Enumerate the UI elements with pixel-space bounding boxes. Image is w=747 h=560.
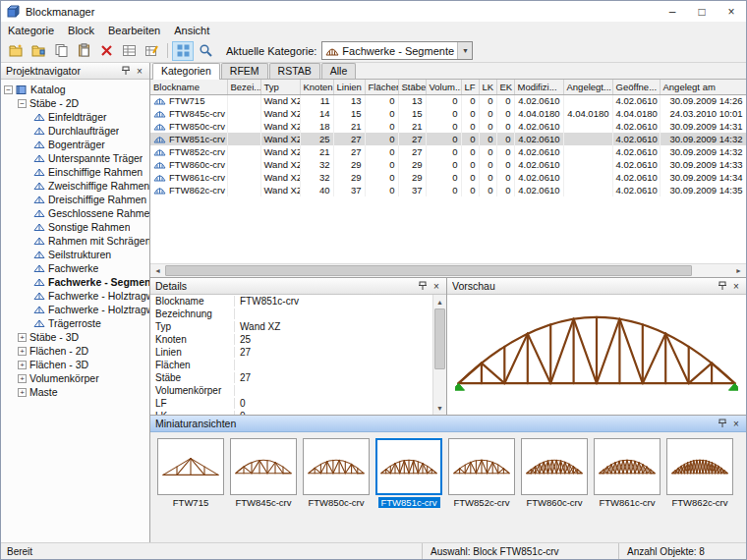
delete-button[interactable]	[95, 41, 117, 61]
column-header-typ[interactable]: Typ	[260, 80, 300, 94]
column-header-bezei[interactable]: Bezei...	[227, 80, 260, 94]
collapse-icon[interactable]: −	[4, 85, 13, 94]
thumbnails-close-icon[interactable]: ×	[729, 418, 743, 430]
tree-item-maste[interactable]: +Maste	[1, 385, 149, 399]
tree-item-flächen-3d[interactable]: +Flächen - 3D	[1, 358, 149, 371]
tab-rstab[interactable]: RSTAB	[269, 63, 320, 79]
column-header-angelegt[interactable]: Angelegt...	[563, 80, 612, 94]
expand-icon[interactable]: +	[18, 347, 27, 356]
tree-item-seilstrukturen[interactable]: Seilstrukturen	[1, 248, 149, 261]
column-header-modifizi[interactable]: Modifizi...	[514, 80, 563, 94]
tab-alle[interactable]: Alle	[321, 63, 357, 79]
category-combobox[interactable]: Fachwerke - Segmente ▼	[321, 41, 473, 60]
tree-item-fachwerke-holztragwerke[interactable]: Fachwerke - Holztragwerke	[1, 289, 149, 303]
thumbnail-ftw861c-crv[interactable]: FTW861c-crv	[593, 438, 661, 508]
column-header-blockname[interactable]: Blockname	[150, 80, 227, 94]
menu-kategorie[interactable]: Kategorie	[1, 24, 61, 37]
details-close-icon[interactable]: ×	[430, 280, 443, 293]
view-thumbnails-button[interactable]	[172, 41, 194, 61]
tab-kategorien[interactable]: Kategorien	[152, 63, 220, 80]
zoom-button[interactable]	[195, 41, 216, 61]
column-header-linien[interactable]: Linien	[333, 80, 365, 94]
scroll-down-arrow[interactable]: ▼	[433, 401, 446, 415]
tree-item-flächen-2d[interactable]: +Flächen - 2D	[1, 344, 149, 358]
scrollbar-track[interactable]	[165, 264, 731, 277]
scroll-left-arrow[interactable]: ◄	[150, 264, 165, 277]
table-horizontal-scrollbar[interactable]: ◄ ►	[150, 263, 746, 277]
thumbnail-ftw850c-crv[interactable]: FTW850c-crv	[302, 438, 371, 508]
tree-item-fachwerke-holztragwerke[interactable]: Fachwerke - Holztragwerke -	[1, 303, 149, 316]
table-row-ftw845c-crv[interactable]: FTW845c-crvWand XZ141501500004.04.01804.…	[150, 107, 746, 120]
expand-icon[interactable]: +	[18, 361, 27, 369]
tree-item-unterspannte-träger[interactable]: Unterspannte Träger	[1, 151, 149, 165]
thumbnail-ftw851c-crv[interactable]: FTW851c-crv	[374, 438, 443, 508]
column-header-geöffne[interactable]: Geöffne...	[612, 80, 660, 94]
tree-item-rahmen-mit-schrägen[interactable]: Rahmen mit Schrägen	[1, 234, 149, 248]
combo-dropdown-arrow[interactable]: ▼	[457, 42, 472, 59]
thumbnail-ftw860c-crv[interactable]: FTW860c-crv	[520, 438, 589, 508]
edit-table-button[interactable]	[141, 41, 162, 61]
table-row-ftw861c-crv[interactable]: FTW861c-crvWand XZ322902900004.02.06104.…	[150, 171, 746, 184]
navigator-close-icon[interactable]: ×	[133, 65, 146, 78]
expand-icon[interactable]: +	[18, 333, 27, 342]
tab-rfem[interactable]: RFEM	[221, 63, 268, 79]
thumbnail-ftw852c-crv[interactable]: FTW852c-crv	[447, 438, 516, 508]
copy-button[interactable]	[50, 41, 72, 61]
close-button[interactable]: ×	[717, 1, 746, 22]
details-scrollbar-thumb[interactable]	[434, 308, 445, 369]
paste-button[interactable]	[73, 41, 94, 61]
table-row-ftw850c-crv[interactable]: FTW850c-crvWand XZ182102100004.02.06104.…	[150, 120, 746, 133]
table-row-ftw852c-crv[interactable]: FTW852c-crvWand XZ212702700004.02.06104.…	[150, 145, 746, 158]
thumbnail-ftw845c-crv[interactable]: FTW845c-crv	[229, 438, 298, 508]
tree-item-volumenkörper[interactable]: +Volumenkörper	[1, 371, 149, 385]
column-header-knoten[interactable]: Knoten	[300, 80, 333, 94]
tree-item-katalog[interactable]: −Katalog	[1, 83, 149, 96]
titlebar[interactable]: Blockmanager – □ ×	[1, 1, 746, 22]
tree-item-fachwerke-segmente[interactable]: Fachwerke - Segmente	[1, 275, 149, 289]
table-row-ftw715[interactable]: FTW715Wand XZ111301300004.02.06104.02.06…	[150, 94, 746, 107]
column-header-lf[interactable]: LF	[461, 80, 479, 94]
tree-item-geschlossene-rahmen[interactable]: Geschlossene Rahmen	[1, 206, 149, 220]
maximize-button[interactable]: □	[687, 1, 717, 22]
menu-ansicht[interactable]: Ansicht	[167, 24, 216, 37]
details-scrollbar-track[interactable]	[433, 308, 446, 401]
new-category-button[interactable]	[5, 41, 27, 61]
tree-item-trägerroste[interactable]: Trägerroste	[1, 316, 149, 330]
scroll-right-arrow[interactable]: ►	[731, 264, 746, 277]
tree-item-sonstige-rahmen[interactable]: Sonstige Rahmen	[1, 220, 149, 234]
tree-item-stäbe-3d[interactable]: +Stäbe - 3D	[1, 330, 149, 344]
table-row-ftw860c-crv[interactable]: FTW860c-crvWand XZ322902900004.02.06104.…	[150, 158, 746, 171]
tree-item-dreischiffige-rahmen[interactable]: Dreischiffige Rahmen	[1, 193, 149, 206]
tree-item-einfeldträger[interactable]: Einfeldträger	[1, 110, 149, 124]
tree-item-durchlaufträger[interactable]: Durchlaufträger	[1, 124, 149, 138]
preview-close-icon[interactable]: ×	[729, 280, 743, 293]
details-vertical-scrollbar[interactable]: ▲ ▼	[432, 295, 446, 415]
column-header-ek[interactable]: EK	[496, 80, 514, 94]
expand-icon[interactable]: +	[18, 388, 27, 397]
menu-block[interactable]: Block	[61, 24, 101, 37]
details-pin-icon[interactable]	[416, 280, 430, 293]
column-header-stäbe[interactable]: Stäbe	[398, 80, 426, 94]
thumbnail-ftw862c-crv[interactable]: FTW862c-crv	[665, 438, 734, 508]
minimize-button[interactable]: –	[658, 1, 687, 22]
table-button[interactable]	[118, 41, 140, 61]
collapse-icon[interactable]: −	[18, 99, 27, 108]
column-header-flächen[interactable]: Flächen	[365, 80, 398, 94]
new-block-button[interactable]	[28, 41, 49, 61]
thumbnail-ftw715[interactable]: FTW715	[156, 438, 225, 508]
column-header-volum[interactable]: Volum...	[426, 80, 461, 94]
table-row-ftw862c-crv[interactable]: FTW862c-crvWand XZ403703700004.02.06104.…	[150, 184, 746, 196]
expand-icon[interactable]: +	[18, 374, 27, 383]
scrollbar-thumb[interactable]	[165, 265, 692, 276]
tree-item-stäbe-2d[interactable]: −Stäbe - 2D	[1, 96, 149, 110]
tree-item-fachwerke[interactable]: Fachwerke	[1, 261, 149, 275]
menu-bearbeiten[interactable]: Bearbeiten	[101, 24, 167, 37]
scroll-up-arrow[interactable]: ▲	[433, 295, 446, 308]
column-header-angelegt-am[interactable]: Angelegt am	[660, 80, 746, 94]
preview-pin-icon[interactable]	[716, 280, 729, 293]
table-row-ftw851c-crv[interactable]: FTW851c-crvWand XZ252702700004.02.06104.…	[150, 133, 746, 145]
navigator-pin-icon[interactable]	[119, 65, 133, 78]
tree-item-bogenträger[interactable]: Bogenträger	[1, 138, 149, 151]
thumbnails-pin-icon[interactable]	[716, 418, 729, 430]
tree-item-einschiffige-rahmen[interactable]: Einschiffige Rahmen	[1, 165, 149, 179]
